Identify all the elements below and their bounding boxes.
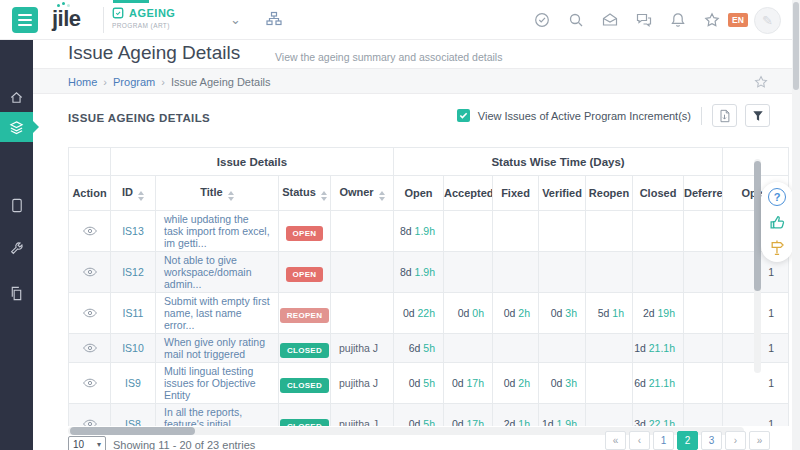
status-time-cell: 0d 17h [444, 404, 493, 427]
page-nav-button[interactable]: ‹ [629, 431, 650, 450]
logo-dot [57, 4, 60, 7]
active-context-indicator [113, 0, 149, 3]
signpost-icon[interactable] [769, 239, 786, 256]
language-badge[interactable]: EN [728, 13, 748, 27]
table-vertical-scrollbar[interactable] [754, 159, 761, 373]
view-details-button[interactable] [83, 267, 97, 277]
sidebar-item-home[interactable] [0, 82, 33, 112]
status-time-cell: 5d 1h [586, 293, 633, 334]
status-time-cell [586, 252, 633, 293]
page-button-3[interactable]: 3 [701, 431, 722, 450]
thumbs-up-icon[interactable] [769, 214, 786, 231]
sort-icon[interactable] [379, 191, 385, 201]
breadcrumb-current: Issue Ageing Details [171, 76, 271, 88]
breadcrumb-home[interactable]: Home [68, 76, 97, 88]
status-time-cell [493, 252, 539, 293]
issue-title[interactable]: In all the reports, feature's initial es… [156, 404, 279, 427]
issue-id[interactable]: IS9 [111, 363, 156, 404]
issue-owner [331, 252, 394, 293]
column-header-status[interactable]: Status [279, 176, 331, 211]
context-switcher[interactable]: AGEING PROGRAM (ART) [112, 7, 175, 29]
status-time-cell: 0d 2h [493, 293, 539, 334]
view-details-button[interactable] [83, 378, 97, 388]
issue-id[interactable]: IS13 [111, 211, 156, 252]
check-circle-icon[interactable] [534, 12, 550, 28]
page-title: Issue Ageing Details [68, 42, 240, 64]
status-time-cell: 2d 1h [493, 404, 539, 427]
issue-title[interactable]: When give only rating mail not triggered [156, 334, 279, 363]
view-details-button[interactable] [83, 308, 97, 318]
column-header-id[interactable]: ID [111, 176, 156, 211]
star-icon[interactable] [704, 12, 720, 28]
issue-title[interactable]: while updating the task import from exce… [156, 211, 279, 252]
view-details-button[interactable] [83, 343, 97, 353]
filter-button[interactable] [745, 104, 770, 127]
bell-icon[interactable] [670, 12, 686, 28]
page-button-1[interactable]: 1 [653, 431, 674, 450]
search-icon[interactable] [568, 12, 584, 28]
issue-id[interactable]: IS8 [111, 404, 156, 427]
wrench-icon [9, 241, 24, 256]
status-time-cell [684, 363, 723, 404]
view-details-button[interactable] [83, 419, 97, 426]
issue-ageing-table: Issue DetailsStatus Wise Time (Days)Acti… [68, 147, 790, 426]
export-button[interactable] [712, 104, 737, 127]
menu-icon[interactable] [12, 7, 38, 33]
sidebar-item-board[interactable] [0, 190, 33, 220]
status-badge: CLOSED [280, 419, 329, 427]
column-header-owner[interactable]: Owner [331, 176, 394, 211]
issue-title[interactable]: Not able to give workspace/domain admin.… [156, 252, 279, 293]
table-row: IS9Multi lingual testing issues for Obje… [69, 363, 789, 404]
column-header-open: Open [394, 176, 444, 211]
sort-icon[interactable] [228, 191, 234, 201]
breadcrumb-bar: Home › Program › Issue Ageing Details [33, 68, 800, 94]
main-area: Issue Ageing Details View the ageing sum… [33, 40, 800, 450]
mail-icon[interactable] [602, 12, 618, 28]
toolbar: View Issues of Active Program Increment(… [457, 104, 770, 127]
page-size-value: 10 [73, 439, 84, 450]
sort-icon[interactable] [138, 191, 144, 201]
page-size-select[interactable]: 10▾ [68, 436, 106, 450]
sidebar-item-documents[interactable] [0, 278, 33, 308]
active-pi-checkbox[interactable] [457, 109, 470, 122]
logo-dot [62, 2, 65, 5]
sidebar-item-tools[interactable] [0, 233, 33, 263]
column-group-header [69, 148, 111, 176]
issue-id[interactable]: IS11 [111, 293, 156, 334]
sort-icon[interactable] [321, 191, 327, 201]
issue-title[interactable]: Multi lingual testing issues for Objecti… [156, 363, 279, 404]
eye-icon [83, 378, 97, 388]
status-time-cell: 0d 2h [493, 363, 539, 404]
column-group-header: Status Wise Time (Days) [394, 148, 723, 176]
filter-icon [752, 110, 764, 122]
column-header-accepted: Accepted [444, 176, 493, 211]
page-nav-button[interactable]: › [725, 431, 746, 450]
issue-owner [331, 293, 394, 334]
breadcrumb-separator: › [161, 76, 165, 88]
open-count: 1 [723, 404, 789, 427]
chevron-down-icon[interactable]: ⌄ [230, 12, 241, 27]
page-scrollbar[interactable] [792, 0, 800, 450]
chat-icon[interactable] [636, 12, 652, 28]
page-nav-button[interactable]: « [605, 431, 626, 450]
app-logo: jile [52, 6, 81, 32]
hierarchy-icon[interactable] [266, 11, 282, 27]
status-time-cell: 0d 0h [444, 293, 493, 334]
page-button-2[interactable]: 2 [677, 431, 698, 450]
issue-id[interactable]: IS12 [111, 252, 156, 293]
view-details-button[interactable] [83, 226, 97, 236]
avatar[interactable]: ✎ [754, 7, 781, 34]
column-header-verified: Verified [539, 176, 586, 211]
column-header-reopen: Reopen [586, 176, 633, 211]
status-time-cell: 1d 1.9h [539, 404, 586, 427]
favorite-star-icon[interactable] [754, 75, 768, 89]
help-icon[interactable]: ? [768, 188, 786, 206]
sidebar-item-program[interactable] [0, 112, 33, 142]
page-nav-button[interactable]: » [749, 431, 770, 450]
table-row: IS8In all the reports, feature's initial… [69, 404, 789, 427]
column-header-title[interactable]: Title [156, 176, 279, 211]
breadcrumb-program[interactable]: Program [113, 76, 155, 88]
issue-id[interactable]: IS10 [111, 334, 156, 363]
issue-title[interactable]: Submit with empty first name, last name … [156, 293, 279, 334]
table-row: IS12Not able to give workspace/domain ad… [69, 252, 789, 293]
